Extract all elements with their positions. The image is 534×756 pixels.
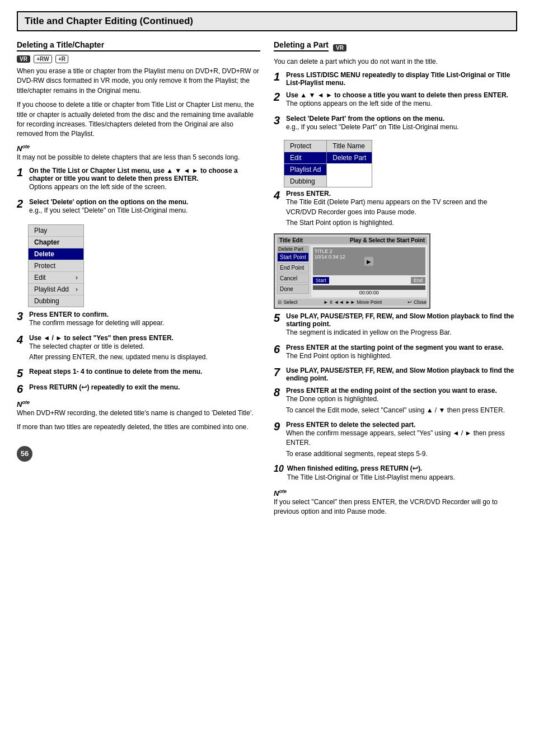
right-menu-dubbing: Dubbing [284, 176, 326, 187]
step-5: 5 Repeat steps 1- 4 to continue to delet… [17, 368, 260, 379]
te-control-row: Start End [313, 277, 425, 284]
step-content-1: On the Title List or Chapter List menu, … [29, 167, 260, 193]
right-menu-protect: Protect [284, 140, 326, 152]
te-footer-select: ⊙ Select [278, 299, 298, 305]
right-step-1: 1 Press LIST/DISC MENU repeatedly to dis… [274, 71, 517, 87]
step-num-6: 6 [17, 383, 26, 395]
right-step-num-10: 10 [274, 464, 284, 473]
te-sidebar-done: Done [277, 284, 309, 294]
right-section-title: Deleting a Part [274, 40, 329, 51]
badge-plusr: +R [55, 55, 68, 63]
intro-para1: When you erase a title or chapter from t… [17, 67, 260, 96]
note-text-1: It may not be possible to delete chapter… [17, 153, 260, 162]
menu-delete: Delete [29, 248, 83, 260]
step-2: 2 Select 'Delete' option on the options … [17, 198, 260, 217]
right-menu-deletepart: Delete Part [327, 152, 372, 163]
te-header: Title Edit Play & Select the Start Point [277, 237, 427, 244]
right-note-icon: Note [274, 489, 287, 497]
menu-play: Play [29, 225, 83, 237]
right-menu-edit: Edit [284, 152, 326, 164]
menu-chapter: Chapter [29, 237, 83, 248]
right-step8-sub1: The Done option is highlighted. [286, 395, 517, 404]
te-title: TITLE 2 [315, 248, 345, 254]
right-step10-sub: The Title List-Original or Title List-Pl… [287, 473, 517, 482]
menu-playlist-add: Playlist Add › [29, 284, 83, 295]
menu-dubbing: Dubbing [29, 295, 83, 307]
step-content-3: Press ENTER to confirm. The confirm mess… [29, 311, 260, 329]
te-header-left: Title Edit [279, 237, 303, 243]
step-num-5: 5 [17, 368, 26, 379]
te-header-right: Play & Select the Start Point [350, 237, 425, 243]
note-icon-2: Note [17, 400, 30, 408]
note-block-1: Note It may not be possible to delete ch… [17, 144, 260, 163]
right-step-content-2: Use ▲ ▼ ◄ ► to choose a title you want t… [286, 91, 517, 110]
right-step9-sub1: When the confirm message appears, select… [286, 429, 517, 448]
step-num-1: 1 [17, 167, 26, 178]
right-step-6: 6 Press ENTER at the starting point of t… [274, 344, 517, 362]
right-step9-sub2: To erase additional segments, repeat ste… [286, 449, 517, 459]
right-step-3: 3 Select 'Delete Part' from the options … [274, 115, 517, 133]
right-step-content-5: Use PLAY, PAUSE/STEP, FF, REW, and Slow … [286, 312, 517, 339]
right-step-num-8: 8 [274, 387, 283, 398]
te-main: TITLE 2 10/14 0:34:12 ▶ Start End [311, 246, 427, 297]
right-step-content-1: Press LIST/DISC MENU repeatedly to displ… [286, 71, 517, 87]
left-column: Deleting a Title/Chapter VR +RW +R When … [17, 40, 260, 522]
step1-sub: Options appears on the left side of the … [29, 182, 260, 192]
te-start-btn: Start [313, 277, 329, 284]
right-step-8: 8 Press ENTER at the ending point of the… [274, 387, 517, 416]
te-sidebar: Delete Part Start Point End Point Cancel… [277, 246, 309, 297]
left-section-title: Deleting a Title/Chapter [17, 40, 260, 51]
te-timebar [313, 285, 425, 290]
te-start-btn-area: Start [313, 277, 329, 284]
title-edit-screen: Title Edit Play & Select the Start Point… [274, 233, 430, 309]
right-menu-col2: Title Name Delete Part [326, 140, 372, 187]
badge-row: VR +RW +R [17, 55, 260, 63]
page-title: Title and Chapter Editing (Continued) [17, 11, 517, 31]
te-end-btn-area: End [411, 277, 425, 284]
right-note-text: If you select "Cancel" then press ENTER,… [274, 497, 517, 517]
step-content-2: Select 'Delete' option on the options on… [29, 198, 260, 217]
note-icon-1: Note [17, 144, 30, 153]
step2-sub: e.g., If you select "Delete" on Title Li… [29, 206, 260, 215]
right-menu-box: Protect Edit Playlist Ad Dubbing Title N… [284, 140, 372, 187]
te-footer: ⊙ Select ► II ◄◄ ►► Move Point ↩ Close [277, 299, 427, 306]
right-step-num-2: 2 [274, 91, 283, 102]
step3-sub: The confirm message for deleting will ap… [29, 318, 260, 328]
te-video-area: TITLE 2 10/14 0:34:12 ▶ [313, 247, 425, 275]
note2-line2: If more than two titles are repeatedly d… [17, 422, 260, 432]
te-play-btn: ▶ [364, 257, 373, 266]
te-timecode: 00:00:00 [313, 290, 425, 295]
right-step-num-3: 3 [274, 115, 283, 126]
right-step-num-9: 9 [274, 421, 283, 432]
right-step-10: 10 When finished editing, press RETURN (… [274, 464, 517, 483]
te-footer-close: ↩ Close [407, 299, 427, 305]
right-step-num-7: 7 [274, 367, 283, 378]
note2-line1: When DVD+RW recording, the deleted title… [17, 408, 260, 418]
right-step2-sub: The options appears on the left side of … [286, 99, 517, 109]
step-content-5: Repeat steps 1- 4 to continue to delete … [29, 368, 260, 375]
right-intro: You can delete a part which you do not w… [274, 57, 517, 67]
right-step-content-6: Press ENTER at the starting point of the… [286, 344, 517, 362]
menu-edit: Edit › [29, 272, 83, 284]
right-step-content-8: Press ENTER at the ending point of the s… [286, 387, 517, 416]
step-6: 6 Press RETURN (↩) repeatedly to exit th… [17, 383, 260, 395]
badge-plusrw: +RW [34, 55, 51, 63]
right-step3-sub: e.g., If you select "Delete Part" on Tit… [286, 123, 517, 132]
right-menu-titlename: Title Name [327, 140, 372, 152]
step-3: 3 Press ENTER to confirm. The confirm me… [17, 311, 260, 329]
note-block-2: Note When DVD+RW recording, the deleted … [17, 399, 260, 432]
right-step4-sub2: The Start Point option is highlighted. [286, 218, 517, 228]
right-step-7: 7 Use PLAY, PAUSE/STEP, FF, REW, and Slo… [274, 367, 517, 382]
te-end-btn: End [411, 277, 425, 284]
right-step8-sub2: To cancel the Edit mode, select "Cancel"… [286, 406, 517, 415]
right-step-content-9: Press ENTER to delete the selected part.… [286, 421, 517, 460]
step-content-4: Use ◄ / ► to select "Yes" then press ENT… [29, 334, 260, 364]
te-delete-part-label: Delete Part [277, 246, 309, 252]
right-column: Deleting a Part VR You can delete a part… [274, 40, 517, 522]
step-num-4: 4 [17, 334, 26, 345]
delete-menu-box: Play Chapter Delete Protect Edit › Playl… [28, 224, 84, 307]
te-sidebar-endpoint: End Point [277, 263, 309, 273]
step4-sub1: The selected chapter or title is deleted… [29, 342, 260, 351]
step-content-6: Press RETURN (↩) repeatedly to exit the … [29, 383, 260, 392]
step-4: 4 Use ◄ / ► to select "Yes" then press E… [17, 334, 260, 364]
